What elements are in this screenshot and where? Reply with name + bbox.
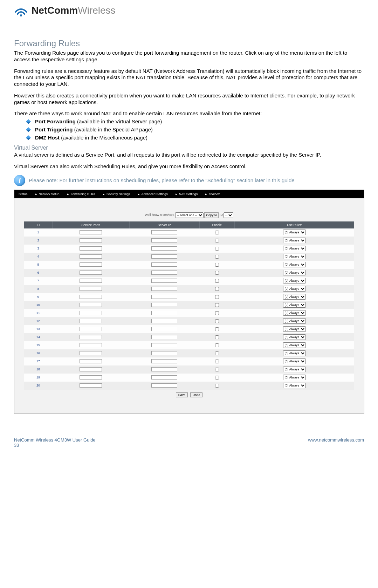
enable-checkbox[interactable]: [215, 295, 219, 299]
rule-select[interactable]: (0) Always: [283, 318, 306, 324]
server-ip-input[interactable]: [151, 351, 177, 355]
server-ip-input[interactable]: [151, 279, 177, 283]
save-button[interactable]: Save: [176, 392, 188, 397]
enable-checkbox[interactable]: [215, 255, 219, 259]
cell-id: 17: [24, 357, 52, 365]
nav-nas-settings[interactable]: NAS Settings: [175, 192, 205, 196]
enable-checkbox[interactable]: [215, 311, 219, 315]
server-ip-input[interactable]: [151, 246, 177, 251]
service-port-input[interactable]: [80, 343, 102, 347]
server-ip-input[interactable]: [151, 343, 177, 347]
enable-checkbox[interactable]: [215, 335, 219, 339]
server-ip-input[interactable]: [151, 367, 177, 371]
service-port-input[interactable]: [80, 311, 102, 315]
rule-select[interactable]: (0) Always: [283, 358, 306, 364]
service-port-input[interactable]: [80, 246, 102, 251]
server-ip-input[interactable]: [151, 359, 177, 363]
rule-select[interactable]: (0) Always: [283, 383, 306, 388]
enable-checkbox[interactable]: [215, 287, 219, 291]
nav-network-setup[interactable]: Network Setup: [35, 192, 67, 196]
rule-select[interactable]: (0) Always: [283, 254, 306, 259]
rule-select[interactable]: (0) Always: [283, 350, 306, 356]
enable-checkbox[interactable]: [215, 360, 219, 363]
rule-select[interactable]: (0) Always: [283, 278, 306, 283]
service-port-input[interactable]: [80, 383, 102, 388]
rule-select[interactable]: (0) Always: [283, 310, 306, 316]
service-port-input[interactable]: [80, 367, 102, 371]
cell-service-ports: [52, 245, 129, 253]
service-port-input[interactable]: [80, 319, 102, 323]
copy-to-button[interactable]: Copy to: [204, 212, 219, 218]
rule-select[interactable]: (0) Always: [283, 286, 306, 292]
nav-status[interactable]: Status: [14, 192, 35, 196]
enable-checkbox[interactable]: [215, 231, 219, 234]
service-port-input[interactable]: [80, 271, 102, 275]
server-ip-input[interactable]: [151, 319, 177, 323]
undo-button[interactable]: Undo: [190, 392, 203, 397]
rule-select[interactable]: (0) Always: [283, 342, 306, 348]
enable-checkbox[interactable]: [215, 327, 219, 331]
service-port-input[interactable]: [80, 375, 102, 380]
wellknown-select[interactable]: -- select one --: [175, 212, 204, 218]
enable-checkbox[interactable]: [215, 319, 219, 323]
cell-service-ports: [52, 349, 129, 357]
enable-checkbox[interactable]: [215, 351, 219, 355]
bullet-item: Port Forwarding (available in the Virtua…: [35, 118, 364, 124]
service-port-input[interactable]: [80, 351, 102, 355]
server-ip-input[interactable]: [151, 311, 177, 315]
service-port-input[interactable]: [80, 327, 102, 331]
rule-select[interactable]: (0) Always: [283, 375, 306, 380]
enable-checkbox[interactable]: [215, 239, 219, 242]
bullet-rest: (available in the Miscellaneous page): [60, 135, 147, 141]
server-ip-input[interactable]: [151, 303, 177, 307]
server-ip-input[interactable]: [151, 295, 177, 299]
nav-security-settings[interactable]: Security Settings: [102, 192, 137, 196]
server-ip-input[interactable]: [151, 230, 177, 234]
rule-select[interactable]: (0) Always: [283, 334, 306, 340]
rule-select[interactable]: (0) Always: [283, 302, 306, 308]
service-port-input[interactable]: [80, 262, 102, 267]
rule-select[interactable]: (0) Always: [283, 367, 306, 372]
rule-select[interactable]: (0) Always: [283, 326, 306, 332]
server-ip-input[interactable]: [151, 271, 177, 275]
service-port-input[interactable]: [80, 279, 102, 283]
server-ip-input[interactable]: [151, 335, 177, 339]
rule-select[interactable]: (0) Always: [283, 262, 306, 267]
enable-checkbox[interactable]: [215, 271, 219, 275]
server-ip-input[interactable]: [151, 327, 177, 331]
enable-checkbox[interactable]: [215, 376, 219, 380]
server-ip-input[interactable]: [151, 375, 177, 380]
enable-checkbox[interactable]: [215, 303, 219, 307]
nav-toolbox[interactable]: Toolbox: [205, 192, 227, 196]
service-port-input[interactable]: [80, 238, 102, 242]
brand-text: NetCommWireless: [32, 5, 116, 16]
rule-select[interactable]: (0) Always: [283, 246, 306, 251]
service-port-input[interactable]: [80, 230, 102, 234]
enable-checkbox[interactable]: [215, 384, 219, 388]
table-row: 4(0) Always: [24, 253, 354, 261]
nav-forwarding-rules[interactable]: Forwarding Rules: [67, 192, 103, 196]
service-port-input[interactable]: [80, 335, 102, 339]
service-port-input[interactable]: [80, 359, 102, 363]
rule-select[interactable]: (0) Always: [283, 294, 306, 300]
enable-checkbox[interactable]: [215, 368, 219, 371]
footer-divider: [14, 435, 364, 435]
id-select[interactable]: --: [224, 212, 233, 218]
service-port-input[interactable]: [80, 254, 102, 259]
enable-checkbox[interactable]: [215, 263, 219, 267]
enable-checkbox[interactable]: [215, 247, 219, 251]
rule-select[interactable]: (0) Always: [283, 270, 306, 275]
rule-select[interactable]: (0) Always: [283, 230, 306, 235]
server-ip-input[interactable]: [151, 383, 177, 388]
rule-select[interactable]: (0) Always: [283, 238, 306, 243]
server-ip-input[interactable]: [151, 254, 177, 259]
server-ip-input[interactable]: [151, 262, 177, 267]
server-ip-input[interactable]: [151, 287, 177, 291]
server-ip-input[interactable]: [151, 238, 177, 242]
enable-checkbox[interactable]: [215, 343, 219, 347]
enable-checkbox[interactable]: [215, 279, 219, 283]
service-port-input[interactable]: [80, 287, 102, 291]
nav-advanced-settings[interactable]: Advanced Settings: [137, 192, 175, 196]
service-port-input[interactable]: [80, 303, 102, 307]
service-port-input[interactable]: [80, 295, 102, 299]
